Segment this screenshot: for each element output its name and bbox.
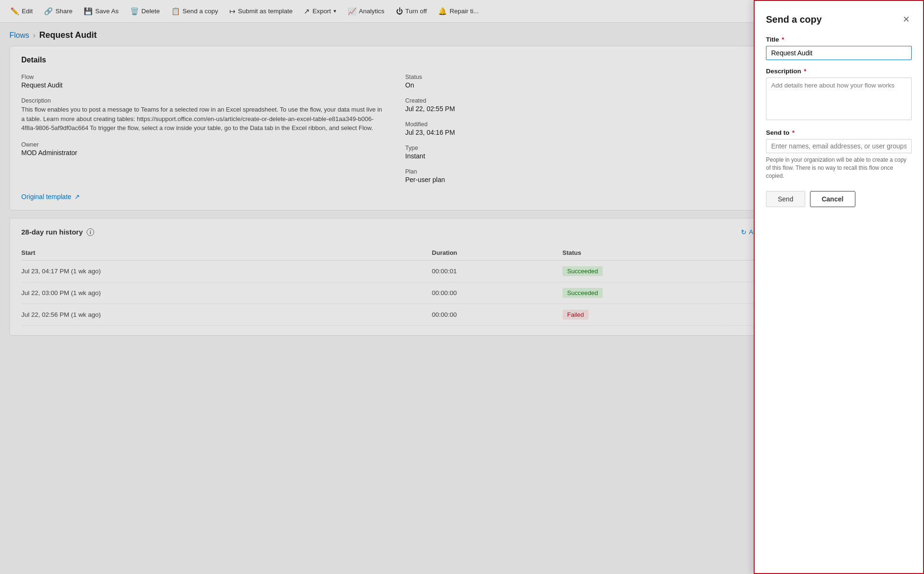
- send-to-input[interactable]: [766, 139, 912, 153]
- send-to-label: Send to *: [766, 129, 912, 136]
- title-label: Title *: [766, 36, 912, 43]
- send-to-hint: People in your organization will be able…: [766, 156, 912, 180]
- cancel-button[interactable]: Cancel: [810, 191, 855, 207]
- title-input[interactable]: [766, 46, 912, 60]
- description-field: Description *: [766, 68, 912, 122]
- description-required-star: *: [804, 68, 806, 75]
- send-to-field: Send to * People in your organization wi…: [766, 129, 912, 180]
- modal-close-button[interactable]: ✕: [901, 12, 912, 26]
- modal-title: Send a copy: [766, 14, 822, 25]
- title-field: Title *: [766, 36, 912, 60]
- send-button[interactable]: Send: [766, 191, 805, 207]
- description-textarea[interactable]: [766, 78, 912, 120]
- modal-header: Send a copy ✕: [766, 12, 912, 26]
- description-label: Description *: [766, 68, 912, 75]
- send-copy-modal: Send a copy ✕ Title * Description * Send…: [754, 0, 924, 574]
- modal-actions: Send Cancel: [766, 191, 912, 207]
- modal-overlay: Send a copy ✕ Title * Description * Send…: [0, 0, 924, 574]
- title-required-star: *: [782, 36, 784, 43]
- send-to-required-star: *: [792, 129, 794, 136]
